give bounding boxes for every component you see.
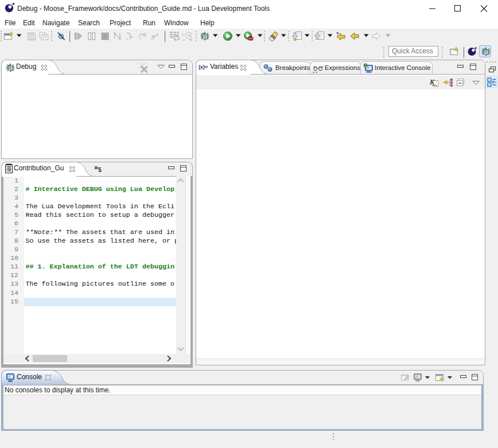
svg-text:K: K [429,78,435,86]
